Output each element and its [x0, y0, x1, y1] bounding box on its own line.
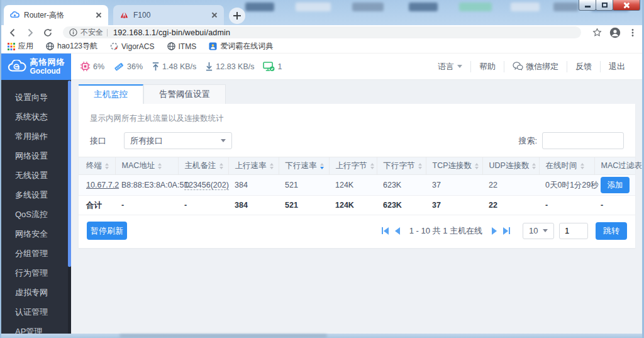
- new-tab-button[interactable]: [229, 8, 245, 24]
- jump-button[interactable]: 跳转: [596, 222, 627, 240]
- main-content: 主机监控 告警阈值设置 显示内网所有主机流量以及连接数统计 接口 所有接口 搜索…: [71, 80, 642, 334]
- col-udp[interactable]: UDP连接数: [482, 157, 539, 175]
- feedback-link[interactable]: 反馈: [567, 61, 600, 72]
- brand-subname: Gocloud: [30, 67, 65, 76]
- gocloud-favicon: [10, 11, 19, 20]
- minimize-button[interactable]: [579, 0, 596, 11]
- sort-icon[interactable]: [475, 163, 479, 169]
- col-online-time[interactable]: 在线时间: [539, 157, 594, 175]
- interface-select[interactable]: 所有接口: [124, 132, 232, 149]
- sidebar-item-setup-wizard[interactable]: 设置向导: [1, 88, 71, 107]
- sort-icon[interactable]: [580, 163, 584, 169]
- download-stat: 12.83 KB/s: [205, 62, 254, 71]
- security-label[interactable]: 不安全: [80, 27, 103, 38]
- host-remark-link[interactable]: 123456(202): [184, 181, 229, 190]
- globe-icon: [167, 42, 175, 50]
- col-down-rate[interactable]: 下行速率: [279, 157, 329, 175]
- brand-logo: 高恪网络 Gocloud: [1, 54, 71, 80]
- sort-icon[interactable]: [219, 163, 223, 169]
- pause-refresh-button[interactable]: 暂停刷新: [87, 222, 127, 240]
- last-page-button[interactable]: [503, 227, 511, 235]
- sort-icon[interactable]: [158, 163, 162, 169]
- app-header: 高恪网络 Gocloud 6% 36% 1.48 KB/s 12.83 KB/s…: [1, 54, 642, 80]
- col-up-bytes[interactable]: 上行字节: [329, 157, 377, 175]
- dashed-circle-icon: [110, 42, 118, 50]
- sidebar-item-behavior-management[interactable]: 行为管理: [1, 264, 71, 283]
- panel-description: 显示内网所有主机流量以及连接数统计: [79, 104, 635, 124]
- download-value: 12.83 KB/s: [216, 62, 254, 71]
- online-devices-stat: 1: [263, 62, 282, 72]
- up-bytes-cell: 124K: [329, 175, 377, 196]
- sidebar-item-common-ops[interactable]: 常用操作: [1, 127, 71, 146]
- host-table: 终端 MAC地址 主机备注 上行速率 下行速率 上行字节 下行字节 TCP连接数…: [79, 157, 635, 215]
- browser-tab-router[interactable]: Router-高恪: [4, 5, 108, 25]
- next-page-button[interactable]: [492, 227, 497, 235]
- sidebar-item-group-management[interactable]: 分组管理: [1, 244, 71, 263]
- sidebar-item-qos[interactable]: QoS流控: [1, 205, 71, 224]
- pagination-range-text: 1 - 10 共 1 主机在线: [409, 225, 482, 237]
- chevron-down-icon: [457, 65, 462, 68]
- logout-link[interactable]: 退出: [600, 61, 633, 72]
- search-input[interactable]: [542, 132, 624, 149]
- tab-close-icon[interactable]: [210, 11, 219, 20]
- filter-row: 接口 所有接口 搜索:: [79, 124, 635, 157]
- table-footer: 暂停刷新 1 - 10 共 1 主机在线 10 跳转: [79, 222, 635, 240]
- wechat-bind-link[interactable]: 微信绑定: [504, 61, 567, 72]
- bookmark-iciba[interactable]: 爱词霸在线词典: [209, 41, 273, 52]
- sidebar-scrollbar-thumb[interactable]: [68, 81, 71, 267]
- col-down-bytes[interactable]: 下行字节: [377, 157, 426, 175]
- browser-tab-f100[interactable]: F100: [113, 5, 224, 25]
- sidebar-item-network-security[interactable]: 网络安全: [1, 225, 71, 244]
- download-arrow-icon: [205, 62, 213, 71]
- prev-page-button[interactable]: [395, 227, 400, 235]
- globe-icon: [46, 42, 54, 50]
- sidebar-item-vpn[interactable]: 虚拟专网: [1, 283, 71, 302]
- sort-icon[interactable]: [105, 163, 109, 169]
- header-menu: 语言 帮助 微信绑定 反馈 退出: [430, 54, 642, 79]
- sidebar-item-network-settings[interactable]: 网络设置: [1, 147, 71, 166]
- page-size-select[interactable]: 10: [523, 223, 554, 239]
- sort-icon[interactable]: [270, 163, 274, 169]
- close-button[interactable]: [613, 0, 640, 11]
- bookmark-itms[interactable]: ITMS: [167, 42, 197, 51]
- bookmarks-bar: 应用 hao123导航 VigorACS ITMS 爱词霸在线词典: [1, 40, 642, 54]
- sort-icon[interactable]: [370, 163, 374, 169]
- col-mac[interactable]: MAC地址: [115, 157, 178, 175]
- tab-host-monitor[interactable]: 主机监控: [79, 84, 143, 104]
- bookmark-apps[interactable]: 应用: [8, 41, 33, 52]
- sidebar-item-system-status[interactable]: 系统状态: [1, 108, 71, 127]
- sidebar-item-multiline-settings[interactable]: 多线设置: [1, 186, 71, 205]
- online-time-cell: 0天0时1分29秒: [539, 175, 594, 196]
- sidebar-item-wireless-settings[interactable]: 无线设置: [1, 166, 71, 185]
- tab-alert-threshold[interactable]: 告警阈值设置: [143, 84, 226, 104]
- bookmark-hao123[interactable]: hao123导航: [46, 41, 97, 52]
- host-ip-link[interactable]: 10.67.7.2: [86, 181, 119, 189]
- profile-avatar-icon[interactable]: [609, 27, 621, 38]
- browser-menu-icon[interactable]: [628, 28, 637, 37]
- maximize-button[interactable]: [596, 0, 613, 11]
- sidebar-nav: 设置向导 系统状态 常用操作 网络设置 无线设置 多线设置 QoS流控 网络安全…: [1, 80, 71, 334]
- mac-address-cell: B8:88:E3:8A:0A:5D: [115, 175, 178, 196]
- back-button[interactable]: [6, 26, 19, 39]
- col-tcp[interactable]: TCP连接数: [426, 157, 482, 175]
- language-menu[interactable]: 语言: [430, 61, 470, 72]
- page-number-input[interactable]: [559, 223, 588, 239]
- add-mac-filter-button[interactable]: 添加: [601, 177, 630, 193]
- bookmark-star-icon[interactable]: [592, 28, 602, 37]
- col-up-rate[interactable]: 上行速率: [228, 157, 279, 175]
- help-link[interactable]: 帮助: [470, 61, 504, 72]
- sidebar-item-auth-management[interactable]: 认证管理: [1, 303, 71, 322]
- tab-close-icon[interactable]: [94, 11, 103, 20]
- col-remark[interactable]: 主机备注: [178, 157, 228, 175]
- address-bar[interactable]: 不安全 192.168.1.1/cgi-bin/webui/admin: [63, 26, 581, 38]
- col-terminal[interactable]: 终端: [79, 157, 115, 175]
- forward-button[interactable]: [24, 26, 36, 39]
- sort-icon-active[interactable]: [320, 163, 324, 169]
- table-header-row: 终端 MAC地址 主机备注 上行速率 下行速率 上行字节 下行字节 TCP连接数…: [79, 157, 635, 175]
- tcp-cell: 37: [426, 175, 482, 196]
- first-page-button[interactable]: [381, 227, 389, 235]
- sort-icon[interactable]: [418, 163, 422, 169]
- reload-button[interactable]: [42, 26, 54, 39]
- bookmark-vigoracs[interactable]: VigorACS: [110, 42, 154, 51]
- sort-icon[interactable]: [532, 163, 536, 169]
